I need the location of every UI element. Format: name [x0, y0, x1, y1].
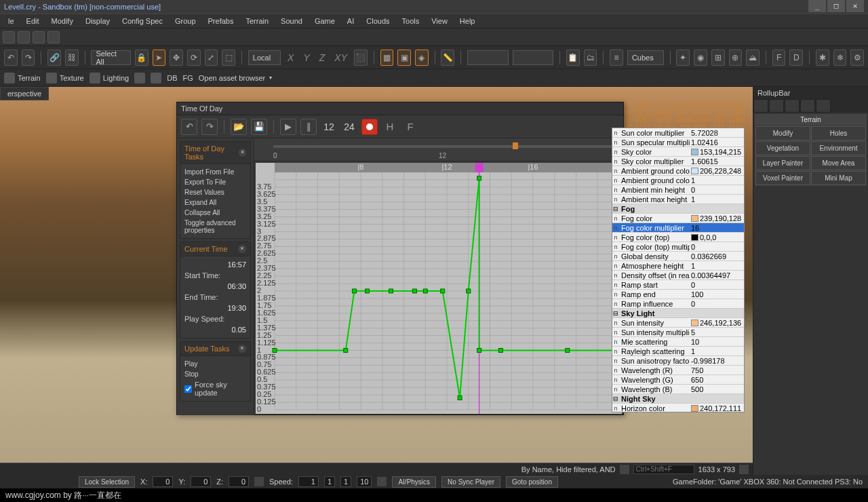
prop-row[interactable]: nRamp start0 — [612, 280, 744, 290]
tod-task[interactable]: Toggle advanced properties — [184, 218, 246, 235]
tool-icon[interactable]: ✱ — [816, 50, 829, 66]
rollup-vegetation[interactable]: Vegetation — [755, 141, 810, 155]
prop-row[interactable]: nAtmosphere height1 — [612, 261, 744, 271]
prop-row[interactable]: nRayleigh scattering1 — [612, 347, 744, 356]
filter-combo-2[interactable] — [513, 50, 554, 65]
move-tool[interactable]: ✥ — [170, 50, 183, 66]
tool-icon[interactable]: ⛰ — [746, 50, 760, 66]
prop-row[interactable]: nSun anisotropy factor-0.998178 — [612, 356, 744, 366]
menu-game[interactable]: Game — [309, 15, 340, 27]
lock-selection-button[interactable]: Lock Selection — [79, 476, 135, 488]
prop-row[interactable]: nFog color239,190,128 — [612, 214, 744, 223]
lock-icon[interactable] — [254, 477, 264, 486]
speed-1[interactable]: 1 — [324, 476, 335, 487]
undo-icon[interactable]: ↶ — [4, 50, 18, 66]
filter-combo[interactable] — [467, 50, 509, 65]
menu-tools[interactable]: Tools — [397, 15, 425, 27]
rollup-mini-map[interactable]: Mini Map — [811, 171, 866, 185]
prop-row[interactable]: nAmbient ground color multipl1 — [612, 176, 744, 185]
close-button[interactable]: ✕ — [846, 0, 864, 12]
tod-task[interactable]: Collapse All — [184, 208, 246, 218]
tod-update-header[interactable]: Update Tasks× — [180, 341, 251, 356]
rollup-move-area[interactable]: Move Area — [811, 156, 866, 170]
speed-2[interactable]: 1 — [340, 476, 351, 487]
rollup-holes[interactable]: Holes — [811, 126, 866, 140]
prop-row[interactable]: nDensity offset (in reality 0)0.00364497 — [612, 271, 744, 280]
toolbar-icon[interactable] — [33, 31, 45, 43]
timeline-playhead[interactable] — [513, 142, 518, 149]
h-button[interactable]: H — [382, 119, 398, 135]
viewport[interactable]: erspective 39 F=4827.38 Zoom=1.00 Speed=… — [0, 87, 868, 475]
redo-icon[interactable]: ↷ — [22, 50, 35, 66]
tod-curtime-header[interactable]: Current Time× — [180, 242, 251, 256]
prop-row[interactable]: nWavelength (B)500 — [612, 385, 744, 394]
rollup-environment[interactable]: Environment — [811, 141, 866, 155]
properties-panel[interactable]: nSun color multiplier5.72028nSun specula… — [612, 128, 745, 412]
rollup-tab[interactable] — [816, 99, 831, 113]
open-icon[interactable]: 📂 — [231, 119, 247, 135]
force-sky-checkbox[interactable]: Force sky update — [184, 379, 246, 398]
prop-row[interactable]: nSun intensity multiplier5 — [612, 328, 744, 337]
f-icon[interactable]: F — [772, 50, 786, 66]
ai-button[interactable] — [134, 73, 145, 83]
goto-button[interactable]: Goto position — [506, 476, 558, 488]
prop-row[interactable]: ⊟Night Sky — [612, 394, 744, 404]
prop-row[interactable]: nAmbient min height0 — [612, 185, 744, 195]
frame-12[interactable]: 12 — [321, 119, 337, 135]
prop-row[interactable]: nWavelength (R)750 — [612, 366, 744, 375]
undo-icon[interactable]: ↶ — [181, 119, 197, 135]
tool-icon[interactable]: ⊕ — [729, 50, 743, 66]
menu-help[interactable]: Help — [454, 15, 481, 27]
select-all-combo[interactable]: Select All — [91, 50, 130, 65]
ruler-icon[interactable]: 📏 — [441, 50, 454, 66]
tool-icon[interactable]: ◉ — [694, 50, 707, 66]
reset-tool[interactable]: ⬚ — [222, 50, 235, 66]
tod-title[interactable]: Time Of Day — [177, 102, 623, 115]
menu-edit[interactable]: Edit — [21, 15, 45, 27]
menu-clouds[interactable]: Clouds — [361, 15, 395, 27]
tool-icon[interactable]: ✦ — [676, 50, 690, 66]
options-icon[interactable] — [739, 465, 749, 474]
db-button[interactable]: DB — [167, 74, 177, 82]
space-combo[interactable]: Local — [248, 50, 281, 65]
layers-icon[interactable]: ≡ — [610, 50, 623, 66]
snap-vertex-icon[interactable]: ◈ — [415, 50, 429, 66]
perspective-tab[interactable]: erspective — [0, 87, 49, 100]
maximize-button[interactable]: □ — [827, 0, 845, 12]
menu-view[interactable]: View — [426, 15, 453, 27]
rollup-tab[interactable] — [800, 99, 815, 113]
lighting-panel-button[interactable]: Lighting — [90, 73, 130, 83]
rollup-tab[interactable] — [769, 99, 784, 113]
prop-row[interactable]: nSky color153,194,215 — [612, 147, 744, 157]
prop-row[interactable]: nFog color (top)0,0,0 — [612, 233, 744, 242]
stop-task[interactable]: Stop — [184, 369, 246, 379]
redo-icon[interactable]: ↷ — [201, 119, 218, 135]
tod-task[interactable]: Expand All — [184, 197, 246, 208]
link-icon[interactable]: 🔗 — [47, 50, 61, 66]
play-task[interactable]: Play — [184, 359, 246, 369]
rollup-tab[interactable] — [753, 99, 768, 113]
prop-row[interactable]: nSky color multiplier1.60615 — [612, 157, 744, 166]
scale-tool[interactable]: ⤢ — [205, 50, 218, 66]
rollup-tab[interactable] — [785, 99, 800, 113]
rollup-layer-painter[interactable]: Layer Painter — [755, 156, 810, 170]
terrain-icon[interactable]: ⬛ — [354, 50, 368, 66]
axis-x[interactable]: X — [285, 52, 296, 63]
rotate-tool[interactable]: ⟳ — [187, 50, 201, 66]
char-button[interactable] — [151, 73, 161, 83]
prop-row[interactable]: nHorizon color240,172,111 — [612, 404, 744, 412]
menu-display[interactable]: Display — [80, 15, 115, 27]
prop-row[interactable]: nAmbient max height1 — [612, 195, 744, 204]
x-field[interactable]: 0 — [153, 476, 173, 487]
tod-task[interactable]: Export To File — [184, 177, 246, 187]
menu-terrain[interactable]: Terrain — [240, 15, 274, 27]
prop-row[interactable]: nGlobal density0.0362669 — [612, 252, 744, 261]
rollup-voxel-painter[interactable]: Voxel Painter — [755, 171, 810, 185]
select-tool[interactable]: ➤ — [153, 50, 166, 66]
tool-icon[interactable]: 📋 — [566, 50, 580, 66]
prop-row[interactable]: nFog color (top) multiplier0 — [612, 242, 744, 252]
save-icon[interactable]: 💾 — [251, 119, 267, 135]
menu-group[interactable]: Group — [170, 15, 201, 27]
prop-row[interactable]: nSun color multiplier5.72028 — [612, 128, 744, 138]
toolbar-icon[interactable] — [47, 31, 60, 43]
